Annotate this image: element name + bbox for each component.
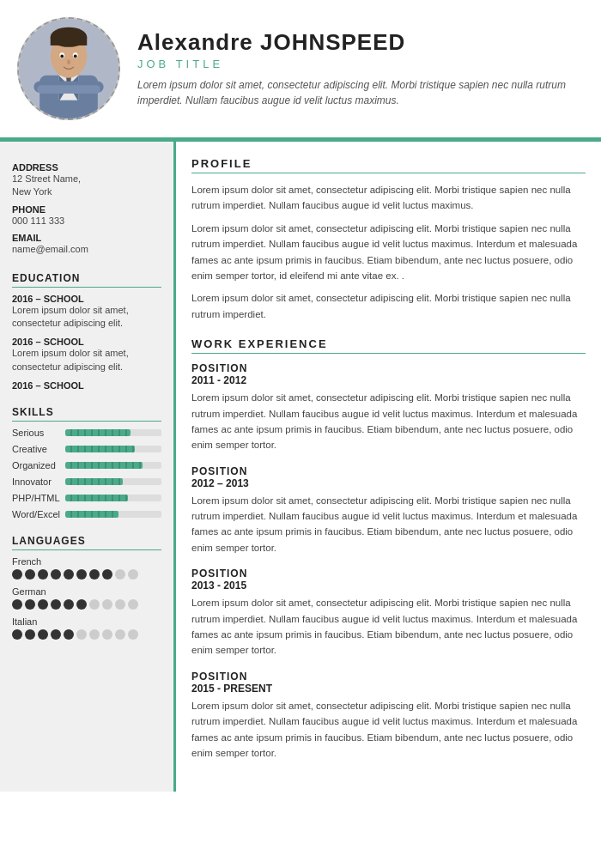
work-years: 2012 – 2013 — [191, 477, 586, 489]
header: Alexandre JOHNSPEED JOB TITLE Lorem ipsu… — [0, 0, 601, 142]
skill-bar-fill — [65, 495, 128, 501]
email-value: name@email.com — [12, 243, 161, 256]
edu-year: 2016 – SCHOOL — [12, 294, 161, 304]
sidebar: ADDRESS 12 Street Name,New York PHONE 00… — [0, 142, 176, 792]
language-name: French — [12, 556, 161, 567]
work-years: 2013 - 2015 — [191, 580, 586, 592]
edu-item: 2016 – SCHOOL Lorem ipsum dolor sit amet… — [12, 337, 161, 373]
profile-paragraph: Lorem ipsum dolor sit amet, consectetur … — [191, 221, 586, 284]
skill-row: Organized — [12, 460, 161, 470]
edu-desc: Lorem ipsum dolor sit amet, consectetur … — [12, 347, 161, 373]
edu-year: 2016 – SCHOOL — [12, 337, 161, 347]
skill-bar-fill — [65, 429, 131, 436]
language-dots — [12, 569, 161, 580]
language-dot — [89, 569, 100, 580]
work-position: POSITION — [191, 465, 586, 477]
edu-year: 2016 – SCHOOL — [12, 380, 161, 391]
language-dot — [89, 629, 100, 640]
work-position: POSITION — [191, 671, 586, 683]
header-job-title: JOB TITLE — [137, 58, 584, 70]
skills-title: SKILLS — [12, 406, 161, 422]
work-position: POSITION — [191, 568, 586, 580]
language-dot — [51, 569, 61, 580]
profile-paragraph: Lorem ipsum dolor sit amet, consectetur … — [191, 290, 586, 322]
language-dot — [102, 599, 112, 610]
email-label: EMAIL — [12, 233, 161, 243]
language-dot — [76, 569, 87, 580]
phone-value: 000 111 333 — [12, 215, 161, 228]
skill-bar — [65, 429, 161, 436]
skill-bar-fill — [65, 478, 123, 485]
skill-bar — [65, 511, 161, 518]
work-years: 2015 - PRESENT — [191, 683, 586, 695]
skills-list: Serious Creative Organized Innovator PHP… — [12, 428, 161, 519]
svg-point-12 — [74, 55, 77, 58]
avatar — [17, 17, 120, 120]
profile-paragraph: Lorem ipsum dolor sit amet, consectetur … — [191, 182, 586, 214]
edu-desc: Lorem ipsum dolor sit amet, consectetur … — [12, 304, 161, 331]
skill-name: PHP/HTML — [12, 493, 65, 503]
work-desc: Lorem ipsum dolor sit amet, consectetur … — [191, 390, 586, 453]
language-dot — [64, 599, 74, 610]
work-section: WORK EXPERIENCE POSITION 2011 - 2012 Lor… — [191, 337, 586, 761]
language-dot — [115, 629, 125, 640]
language-name: German — [12, 586, 161, 597]
skill-name: Innovator — [12, 476, 65, 487]
address-label: ADDRESS — [12, 162, 161, 173]
skill-row: Word/Excel — [12, 509, 161, 519]
phone-label: PHONE — [12, 204, 161, 215]
profile-title: PROFILE — [191, 157, 586, 173]
svg-point-13 — [67, 59, 70, 64]
education-title: EDUCATION — [12, 272, 161, 288]
language-dot — [25, 569, 35, 580]
work-title: WORK EXPERIENCE — [191, 337, 586, 354]
work-item: POSITION 2012 – 2013 Lorem ipsum dolor s… — [191, 465, 586, 556]
language-dot — [115, 569, 125, 580]
svg-rect-15 — [37, 85, 100, 94]
languages-section: LANGUAGES FrenchGermanItalian — [12, 535, 161, 640]
contact-section: ADDRESS 12 Street Name,New York PHONE 00… — [12, 162, 161, 257]
work-desc: Lorem ipsum dolor sit amet, consectetur … — [191, 698, 586, 762]
skill-bar — [65, 446, 161, 452]
resume: Alexandre JOHNSPEED JOB TITLE Lorem ipsu… — [0, 0, 601, 868]
language-dot — [12, 599, 22, 610]
language-item: German — [12, 586, 161, 610]
work-items: POSITION 2011 - 2012 Lorem ipsum dolor s… — [191, 362, 586, 761]
work-desc: Lorem ipsum dolor sit amet, consectetur … — [191, 493, 586, 556]
profile-section: PROFILE Lorem ipsum dolor sit amet, cons… — [191, 157, 586, 322]
skill-row: Creative — [12, 444, 161, 454]
language-name: Italian — [12, 616, 161, 627]
work-item: POSITION 2013 - 2015 Lorem ipsum dolor s… — [191, 568, 586, 659]
skill-bar-fill — [65, 462, 143, 469]
language-dot — [51, 629, 61, 640]
skill-bar — [65, 495, 161, 501]
language-item: French — [12, 556, 161, 580]
skill-row: Innovator — [12, 476, 161, 487]
language-dot — [64, 569, 74, 580]
edu-item: 2016 – SCHOOL Lorem ipsum dolor sit amet… — [12, 294, 161, 331]
svg-point-11 — [60, 55, 64, 58]
skill-bar-fill — [65, 446, 135, 452]
skill-bar — [65, 462, 161, 469]
skill-row: PHP/HTML — [12, 493, 161, 503]
work-item: POSITION 2011 - 2012 Lorem ipsum dolor s… — [191, 362, 586, 453]
language-dot — [38, 629, 48, 640]
language-dot — [12, 629, 22, 640]
profile-paragraphs: Lorem ipsum dolor sit amet, consectetur … — [191, 182, 586, 322]
language-dot — [38, 569, 48, 580]
language-dot — [128, 629, 138, 640]
body-layout: ADDRESS 12 Street Name,New York PHONE 00… — [0, 142, 601, 792]
language-dot — [76, 599, 87, 610]
skill-name: Organized — [12, 460, 65, 470]
work-item: POSITION 2015 - PRESENT Lorem ipsum dolo… — [191, 671, 586, 762]
language-dot — [76, 629, 87, 640]
language-dot — [12, 569, 22, 580]
work-position: POSITION — [191, 362, 586, 374]
skill-name: Serious — [12, 428, 65, 438]
languages-list: FrenchGermanItalian — [12, 556, 161, 640]
skill-bar — [65, 478, 161, 485]
header-name: Alexandre JOHNSPEED — [137, 29, 584, 56]
language-dot — [102, 569, 112, 580]
language-dot — [64, 629, 74, 640]
language-dots — [12, 599, 161, 610]
